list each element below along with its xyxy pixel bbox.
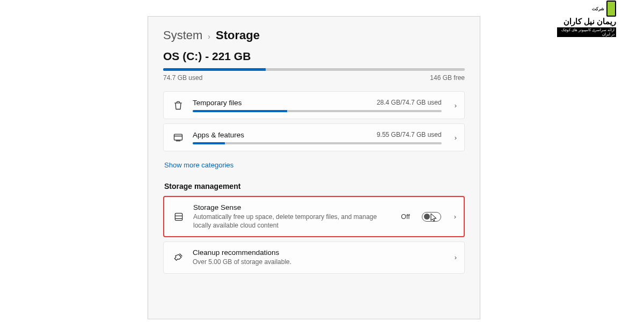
chevron-right-icon: ›: [455, 101, 457, 109]
cleanup-recommendations-row[interactable]: Cleanup recommendations Over 5.00 GB of …: [163, 241, 465, 273]
drive-usage-labels: 74.7 GB used 146 GB free: [163, 74, 465, 82]
storage-sense-desc: Automatically free up space, delete temp…: [193, 213, 393, 230]
drive-icon: [172, 210, 186, 224]
chevron-right-icon: ›: [455, 134, 457, 142]
category-bar-fill: [193, 142, 225, 144]
storage-sense-toggle[interactable]: [422, 212, 441, 222]
category-usage: 9.55 GB/74.7 GB used: [377, 131, 442, 138]
category-bar: [193, 142, 442, 144]
watermark-line3: ارائه سراسری کامپیوتر های کوچک در ایران: [557, 27, 616, 37]
drive-usage-bar: [163, 68, 465, 71]
category-usage: 28.4 GB/74.7 GB used: [377, 99, 442, 106]
svg-rect-0: [174, 134, 182, 140]
cleanup-desc: Over 5.00 GB of storage available.: [193, 258, 442, 266]
breadcrumb-current: Storage: [216, 28, 260, 42]
storage-sense-state: Off: [401, 213, 409, 221]
breadcrumb: System › Storage: [163, 28, 465, 42]
chevron-right-icon: ›: [208, 32, 210, 41]
watermark-badge-icon: [606, 1, 616, 17]
chevron-right-icon: ›: [455, 253, 457, 261]
broom-icon: [171, 251, 185, 265]
category-bar: [193, 110, 442, 112]
drive-title: OS (C:) - 221 GB: [163, 50, 465, 63]
category-bar-fill: [193, 110, 287, 112]
chevron-right-icon: ›: [454, 213, 456, 221]
apps-icon: [171, 130, 185, 144]
section-storage-management: Storage management: [164, 182, 465, 191]
storage-sense-title: Storage Sense: [193, 203, 393, 211]
drive-free-label: 146 GB free: [430, 74, 465, 82]
drive-used-label: 74.7 GB used: [163, 74, 202, 82]
cleanup-title: Cleanup recommendations: [193, 248, 442, 257]
watermark-line2: ریمان نیل کاران: [564, 17, 616, 26]
trash-icon: [171, 98, 185, 112]
storage-settings-panel: System › Storage OS (C:) - 221 GB 74.7 G…: [148, 16, 480, 319]
category-temporary-files[interactable]: Temporary files 28.4 GB/74.7 GB used ›: [163, 91, 465, 119]
storage-sense-row[interactable]: Storage Sense Automatically free up spac…: [163, 196, 465, 237]
category-apps-features[interactable]: Apps & features 9.55 GB/74.7 GB used ›: [163, 123, 465, 151]
publisher-watermark: شرکت ریمان نیل کاران ارائه سراسری کامپیو…: [557, 6, 616, 31]
category-title: Apps & features: [193, 131, 244, 139]
category-title: Temporary files: [193, 99, 242, 107]
breadcrumb-parent[interactable]: System: [163, 28, 202, 42]
watermark-line1: شرکت: [592, 6, 604, 11]
svg-rect-1: [175, 213, 182, 220]
drive-usage-fill: [163, 68, 266, 71]
show-more-categories-link[interactable]: Show more categories: [164, 161, 233, 169]
